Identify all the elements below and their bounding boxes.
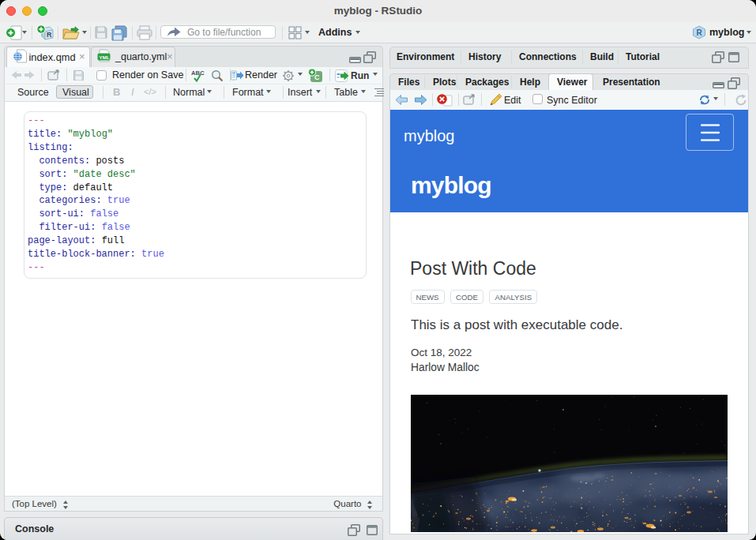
svg-text:ABC: ABC <box>191 69 205 77</box>
svg-text:R: R <box>47 31 52 39</box>
svg-text:YML: YML <box>100 54 110 60</box>
svg-text:R: R <box>697 28 703 37</box>
